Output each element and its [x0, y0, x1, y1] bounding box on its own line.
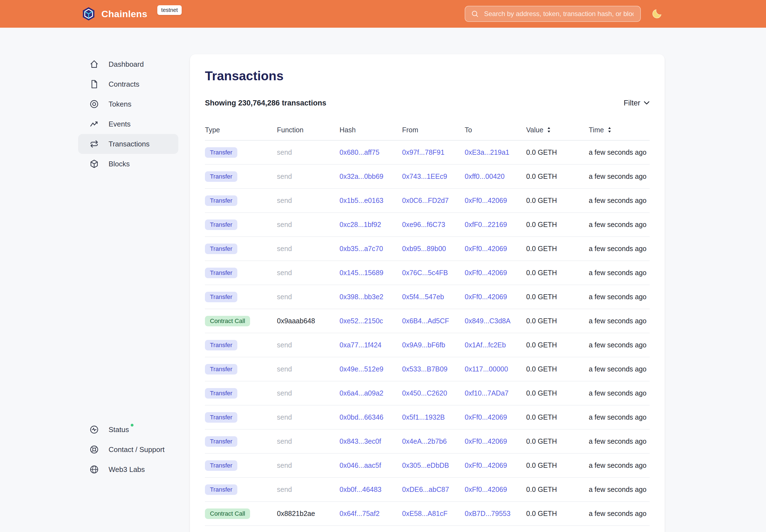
column-header-label: To	[465, 126, 472, 134]
transactions-icon	[89, 139, 99, 149]
from-link[interactable]: 0x0C6...FD2d7	[402, 197, 449, 204]
sidebar-item-label: Events	[109, 120, 131, 128]
theme-toggle-button[interactable]	[650, 7, 664, 21]
sidebar-item-status[interactable]: Status	[78, 420, 178, 440]
hash-link[interactable]: 0x32a...0bb69	[339, 172, 383, 180]
sidebar-item-label: Tokens	[109, 100, 131, 109]
from-link[interactable]: 0x4eA...2b7b6	[402, 437, 447, 445]
sidebar-item-dashboard[interactable]: Dashboard	[78, 54, 178, 74]
hash-link[interactable]: 0x046...aac5f	[339, 461, 381, 469]
column-header-from: From	[402, 126, 465, 134]
type-badge: Transfer	[205, 268, 237, 278]
hash-link[interactable]: 0xc28...1bf92	[339, 221, 381, 228]
search-input[interactable]	[483, 9, 635, 18]
sidebar-item-web3-labs[interactable]: Web3 Labs	[78, 459, 178, 479]
time-cell: a few seconds ago	[589, 221, 650, 229]
sidebar-item-label: Transactions	[109, 140, 149, 148]
from-link[interactable]: 0x305...eDbDB	[402, 461, 449, 469]
to-link[interactable]: 0x117...00000	[465, 365, 508, 373]
app: Chainlens testnet DashboardContractsToke…	[0, 0, 766, 532]
transactions-card: Transactions Showing 230,764,286 transac…	[190, 54, 665, 532]
table-row: Transfersend0x046...aac5f0x305...eDbDB0x…	[205, 454, 650, 478]
type-badge: Transfer	[205, 219, 237, 230]
hash-link[interactable]: 0xa77...1f424	[339, 341, 381, 349]
value-cell: 0.0 GETH	[526, 197, 589, 205]
sidebar-item-label: Blocks	[109, 160, 130, 168]
sidebar-footer: StatusContact / SupportWeb3 Labs	[78, 420, 178, 479]
from-link[interactable]: 0x533...B7B09	[402, 365, 448, 373]
search-bar[interactable]	[465, 6, 641, 22]
contract-icon	[89, 79, 99, 89]
time-cell: a few seconds ago	[589, 172, 650, 180]
to-link[interactable]: 0xE3a...219a1	[465, 148, 509, 156]
to-link[interactable]: 0xFf0...42069	[465, 437, 507, 445]
from-link[interactable]: 0x6B4...Ad5CF	[402, 317, 449, 325]
from-link[interactable]: 0xDE6...abC87	[402, 485, 449, 493]
table-row: Transfersend0xb0f...464830xDE6...abC870x…	[205, 478, 650, 502]
hash-link[interactable]: 0x145...15689	[339, 269, 383, 277]
hash-link[interactable]: 0x0bd...66346	[339, 413, 383, 421]
hash-link[interactable]: 0xe52...2150c	[339, 317, 383, 325]
table-row: Transfersend0xa77...1f4240x9A9...bF6fb0x…	[205, 333, 650, 357]
value-cell: 0.0 GETH	[526, 365, 589, 373]
brand[interactable]: Chainlens testnet	[81, 6, 182, 22]
type-badge: Transfer	[205, 340, 237, 350]
token-icon	[89, 99, 99, 109]
to-link[interactable]: 0xFf0...42069	[465, 293, 507, 301]
column-header-time[interactable]: Time	[589, 126, 650, 134]
to-link[interactable]: 0xFf0...42069	[465, 413, 507, 421]
sidebar-item-events[interactable]: Events	[78, 114, 178, 134]
hash-link[interactable]: 0x6a4...a09a2	[339, 389, 383, 397]
from-link[interactable]: 0x76C...5c4FB	[402, 269, 448, 277]
time-cell: a few seconds ago	[589, 245, 650, 253]
filter-label: Filter	[624, 99, 640, 107]
to-link[interactable]: 0x849...C3d8A	[465, 317, 511, 325]
from-link[interactable]: 0x450...C2620	[402, 389, 447, 397]
sort-icon	[546, 126, 552, 133]
column-header-value[interactable]: Value	[526, 126, 589, 134]
hash-link[interactable]: 0x680...aff75	[339, 148, 379, 156]
sidebar-item-blocks[interactable]: Blocks	[78, 154, 178, 174]
from-link[interactable]: 0xe96...f6C73	[402, 221, 445, 228]
hash-link[interactable]: 0x398...bb3e2	[339, 293, 383, 301]
from-link[interactable]: 0x5f4...547eb	[402, 293, 444, 301]
brand-name: Chainlens	[101, 9, 147, 19]
sidebar-item-contracts[interactable]: Contracts	[78, 74, 178, 94]
to-link[interactable]: 0xFf0...42069	[465, 485, 507, 493]
sidebar-item-tokens[interactable]: Tokens	[78, 94, 178, 114]
to-link[interactable]: 0xFf0...42069	[465, 269, 507, 277]
to-link[interactable]: 0xff0...00420	[465, 172, 505, 180]
sidebar-item-contact-support[interactable]: Contact / Support	[78, 440, 178, 459]
to-link[interactable]: 0xFf0...42069	[465, 245, 507, 252]
to-link[interactable]: 0xf10...7ADa7	[465, 389, 509, 397]
from-link[interactable]: 0xE58...A81cF	[402, 510, 448, 517]
column-header-label: Value	[526, 126, 543, 134]
from-link[interactable]: 0xb95...89b00	[402, 245, 446, 252]
from-link[interactable]: 0x743...1EEc9	[402, 172, 447, 180]
to-link[interactable]: 0xfF0...22169	[465, 221, 507, 228]
from-link[interactable]: 0x5f1...1932B	[402, 413, 445, 421]
to-link[interactable]: 0xFf0...42069	[465, 197, 507, 204]
table-row: Transfersend0x0bd...663460x5f1...1932B0x…	[205, 406, 650, 430]
sidebar-item-transactions[interactable]: Transactions	[78, 134, 178, 154]
from-link[interactable]: 0x9A9...bF6fb	[402, 341, 445, 349]
to-link[interactable]: 0xB7D...79553	[465, 510, 511, 517]
hash-link[interactable]: 0x49e...512e9	[339, 365, 383, 373]
hash-link[interactable]: 0x843...3ec0f	[339, 437, 381, 445]
value-cell: 0.0 GETH	[526, 293, 589, 301]
column-header-function: Function	[277, 126, 339, 134]
sidebar: DashboardContractsTokensEventsTransactio…	[78, 28, 178, 532]
function-cell: send	[277, 341, 339, 349]
hash-link[interactable]: 0x64f...75af2	[339, 510, 380, 517]
type-badge: Transfer	[205, 244, 237, 254]
hash-link[interactable]: 0xb35...a7c70	[339, 245, 383, 252]
time-cell: a few seconds ago	[589, 293, 650, 301]
filter-button[interactable]: Filter	[624, 99, 650, 107]
hash-link[interactable]: 0xb0f...46483	[339, 485, 381, 493]
to-link[interactable]: 0x1Af...fc2Eb	[465, 341, 506, 349]
table-row: Contract Call0x9aaab6480xe52...2150c0x6B…	[205, 309, 650, 333]
hash-link[interactable]: 0x1b5...e0163	[339, 197, 383, 204]
type-badge: Transfer	[205, 364, 237, 375]
from-link[interactable]: 0x97f...78F91	[402, 148, 445, 156]
to-link[interactable]: 0xFf0...42069	[465, 461, 507, 469]
